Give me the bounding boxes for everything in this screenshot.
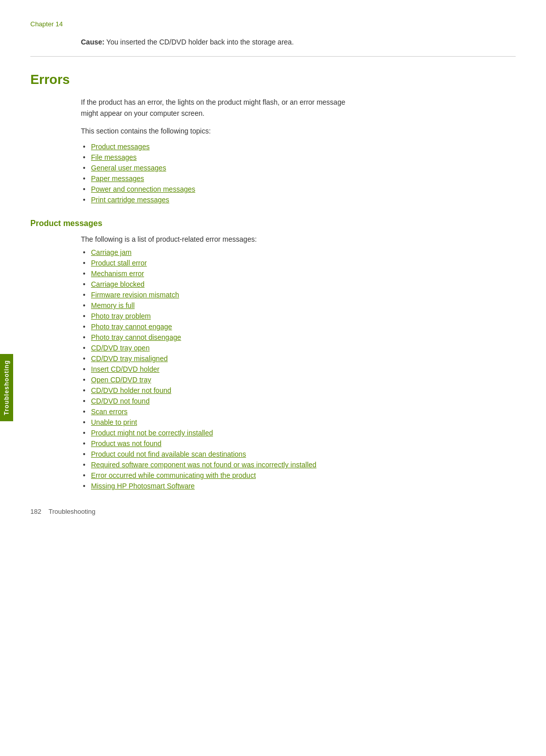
list-item: Paper messages xyxy=(91,174,516,183)
link-product-was-not-found[interactable]: Product was not found xyxy=(91,439,161,448)
topics-list: Product messages File messages General u… xyxy=(91,143,516,204)
list-item: CD/DVD not found xyxy=(91,397,516,405)
link-unable-to-print[interactable]: Unable to print xyxy=(91,418,137,426)
list-item: Product stall error xyxy=(91,259,516,267)
product-messages-title: Product messages xyxy=(30,219,516,228)
link-firmware-revision-mismatch[interactable]: Firmware revision mismatch xyxy=(91,291,179,299)
list-item: Carriage jam xyxy=(91,248,516,256)
errors-intro-line1: If the product has an error, the lights … xyxy=(81,98,345,106)
cause-bold: Cause: xyxy=(81,38,105,46)
list-item: Product could not find available scan de… xyxy=(91,450,516,458)
list-item: Photo tray cannot disengage xyxy=(91,333,516,341)
link-open-cddvd-tray[interactable]: Open CD/DVD tray xyxy=(91,376,151,384)
product-messages-intro: The following is a list of product-relat… xyxy=(81,235,516,243)
list-item: File messages xyxy=(91,153,516,161)
topic-link-print-cartridge-messages[interactable]: Print cartridge messages xyxy=(91,196,169,204)
chapter-label: Chapter 14 xyxy=(30,20,516,28)
list-item: CD/DVD holder not found xyxy=(91,386,516,394)
link-product-not-correctly-installed[interactable]: Product might not be correctly installed xyxy=(91,429,213,437)
link-cddvd-tray-misaligned[interactable]: CD/DVD tray misaligned xyxy=(91,354,168,363)
errors-topics-intro: This section contains the following topi… xyxy=(81,125,516,137)
link-cddvd-tray-open[interactable]: CD/DVD tray open xyxy=(91,344,150,352)
topic-link-file-messages[interactable]: File messages xyxy=(91,153,136,161)
list-item: Print cartridge messages xyxy=(91,196,516,204)
footer-section: Troubleshooting xyxy=(49,508,96,515)
section-divider xyxy=(30,56,516,57)
errors-intro: If the product has an error, the lights … xyxy=(81,97,516,119)
list-item: General user messages xyxy=(91,164,516,172)
link-product-could-not-find-scan[interactable]: Product could not find available scan de… xyxy=(91,450,246,458)
list-item: Photo tray problem xyxy=(91,312,516,320)
list-item: Firmware revision mismatch xyxy=(91,291,516,299)
list-item: Required software component was not foun… xyxy=(91,461,516,469)
link-cddvd-not-found[interactable]: CD/DVD not found xyxy=(91,397,150,405)
link-cddvd-holder-not-found[interactable]: CD/DVD holder not found xyxy=(91,386,171,394)
list-item: CD/DVD tray misaligned xyxy=(91,354,516,363)
errors-section-title: Errors xyxy=(30,72,516,87)
errors-intro-line2: might appear on your computer screen. xyxy=(81,109,204,117)
link-missing-hp-photosmart[interactable]: Missing HP Photosmart Software xyxy=(91,482,195,490)
list-item: Product might not be correctly installed xyxy=(91,429,516,437)
side-tab: Troubleshooting xyxy=(0,354,13,421)
list-item: Memory is full xyxy=(91,301,516,309)
list-item: Open CD/DVD tray xyxy=(91,376,516,384)
link-photo-tray-cannot-engage[interactable]: Photo tray cannot engage xyxy=(91,323,172,331)
link-carriage-blocked[interactable]: Carriage blocked xyxy=(91,280,145,288)
list-item: Product was not found xyxy=(91,439,516,448)
link-error-communicating[interactable]: Error occurred while communicating with … xyxy=(91,471,256,479)
link-photo-tray-cannot-disengage[interactable]: Photo tray cannot disengage xyxy=(91,333,181,341)
list-item: Unable to print xyxy=(91,418,516,426)
link-carriage-jam[interactable]: Carriage jam xyxy=(91,248,131,256)
footer: 182 Troubleshooting xyxy=(30,508,96,515)
topic-link-general-user-messages[interactable]: General user messages xyxy=(91,164,166,172)
link-memory-is-full[interactable]: Memory is full xyxy=(91,301,134,309)
list-item: CD/DVD tray open xyxy=(91,344,516,352)
link-product-stall-error[interactable]: Product stall error xyxy=(91,259,147,267)
link-required-software-component[interactable]: Required software component was not foun… xyxy=(91,461,316,469)
list-item: Carriage blocked xyxy=(91,280,516,288)
topic-link-product-messages[interactable]: Product messages xyxy=(91,143,150,151)
list-item: Product messages xyxy=(91,143,516,151)
link-mechanism-error[interactable]: Mechanism error xyxy=(91,270,144,278)
list-item: Scan errors xyxy=(91,408,516,416)
footer-page-number: 182 xyxy=(30,508,41,515)
list-item: Power and connection messages xyxy=(91,185,516,193)
link-scan-errors[interactable]: Scan errors xyxy=(91,408,127,416)
page-container: Chapter 14 Cause: You inserted the CD/DV… xyxy=(0,0,546,530)
cause-block: Cause: You inserted the CD/DVD holder ba… xyxy=(81,38,516,46)
topic-link-paper-messages[interactable]: Paper messages xyxy=(91,174,144,183)
topic-link-power-connection-messages[interactable]: Power and connection messages xyxy=(91,185,195,193)
product-messages-list: Carriage jam Product stall error Mechani… xyxy=(91,248,516,490)
link-insert-cddvd-holder[interactable]: Insert CD/DVD holder xyxy=(91,365,159,373)
cause-text: You inserted the CD/DVD holder back into… xyxy=(105,38,294,46)
list-item: Mechanism error xyxy=(91,270,516,278)
list-item: Missing HP Photosmart Software xyxy=(91,482,516,490)
list-item: Error occurred while communicating with … xyxy=(91,471,516,479)
list-item: Insert CD/DVD holder xyxy=(91,365,516,373)
list-item: Photo tray cannot engage xyxy=(91,323,516,331)
link-photo-tray-problem[interactable]: Photo tray problem xyxy=(91,312,151,320)
